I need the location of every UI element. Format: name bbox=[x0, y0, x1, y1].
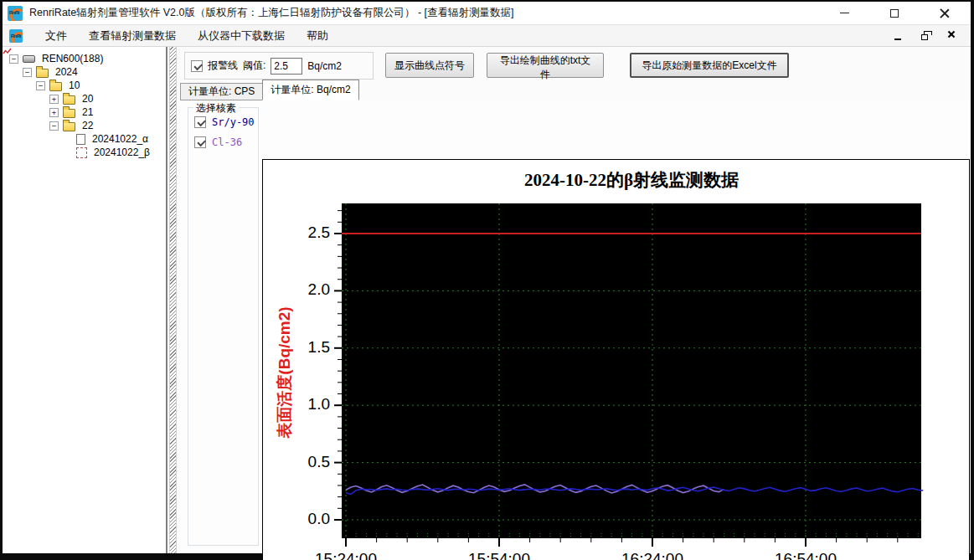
chart-panel: 2024-10-22的β射线监测数据 表面活度(Bq/cm2) 监测时间 0.0… bbox=[262, 159, 970, 560]
tab-unit-cps[interactable]: 计量单位: CPS bbox=[180, 83, 263, 100]
tree-row: 20241022_β bbox=[3, 146, 166, 159]
tree-item-label[interactable]: 20 bbox=[80, 93, 95, 105]
folder-icon bbox=[49, 82, 62, 91]
doc-icon bbox=[76, 134, 85, 145]
threshold-input[interactable] bbox=[271, 58, 302, 74]
tree-row: −2024 bbox=[3, 65, 166, 79]
chart-canvas bbox=[263, 160, 969, 560]
tree-item-label[interactable]: 10 bbox=[67, 80, 81, 91]
collapse-toggle-icon[interactable]: − bbox=[49, 121, 59, 131]
device-icon bbox=[23, 55, 35, 63]
tree-item-label[interactable]: 20241022_β bbox=[92, 146, 152, 158]
menu-bar: 文件查看辐射测量数据从仪器中下载数据帮助 bbox=[3, 25, 971, 47]
minimize-icon bbox=[840, 13, 849, 14]
y-tick-label: 1.5 bbox=[286, 338, 330, 357]
maximize-icon bbox=[890, 9, 899, 18]
y-tick-label: 0.0 bbox=[286, 510, 330, 528]
unit-tabstrip: 计量单位: CPS计量单位: Bq/cm2 bbox=[180, 80, 971, 100]
y-tick-label: 0.5 bbox=[286, 453, 330, 471]
tree-row: +20 bbox=[3, 92, 166, 105]
tree-item-label[interactable]: 22 bbox=[80, 120, 95, 131]
threshold-label: 阈值: bbox=[243, 59, 265, 73]
unit-bqcm2-tabpage: 选择核素 Sr/y-90Cl-36 2024-10-22的β射线监测数据 表面活… bbox=[177, 100, 971, 553]
tree-item-label[interactable]: 2024 bbox=[54, 66, 80, 78]
tab-unit-bqcm2[interactable]: 计量单位: Bq/cm2 bbox=[262, 80, 358, 100]
app-logo-icon bbox=[8, 6, 23, 21]
device-tree-panel: −REN600(188)−2024−10+20+21−2220241022_α2… bbox=[3, 47, 167, 553]
nuclide-label: Cl-36 bbox=[212, 136, 242, 148]
x-tick-label: 15:54:00 bbox=[453, 550, 545, 560]
y-tick-label: 2.5 bbox=[286, 223, 330, 242]
folder-icon bbox=[36, 69, 49, 78]
export-txt-button[interactable]: 导出绘制曲线的txt文件 bbox=[487, 53, 604, 78]
mdi-restore-button[interactable] bbox=[917, 29, 932, 43]
tree-row: +21 bbox=[3, 105, 166, 119]
nuclide-checkbox-1[interactable] bbox=[194, 136, 206, 148]
x-tick-label: 16:24:00 bbox=[606, 550, 698, 560]
title-bar: RenriRate辐射剂量管理软件 V2.0版（版权所有：上海仁日辐射防护设备有… bbox=[3, 2, 971, 25]
nuclide-row: Cl-36 bbox=[194, 136, 258, 148]
minimize-button[interactable] bbox=[833, 5, 855, 22]
tree-row: −REN600(188) bbox=[3, 52, 166, 65]
data-view-panel: 报警线 阈值: Bq/cm2 显示曲线点符号 导出绘制曲线的txt文件 导出原始… bbox=[177, 47, 971, 553]
tree-item-label[interactable]: REN600(188) bbox=[40, 53, 105, 64]
close-button[interactable] bbox=[934, 5, 956, 22]
y-tick-label: 2.0 bbox=[286, 280, 330, 299]
tree-row: −10 bbox=[3, 79, 166, 92]
menu-item-3[interactable]: 帮助 bbox=[296, 26, 339, 46]
nuclide-checkbox-0[interactable] bbox=[194, 116, 206, 128]
nuclide-groupbox-title: 选择核素 bbox=[193, 101, 239, 116]
tree-item-label[interactable]: 21 bbox=[80, 106, 95, 118]
export-excel-button[interactable]: 导出原始测量数据的Excel文件 bbox=[630, 53, 789, 78]
folder-icon bbox=[63, 95, 75, 105]
x-tick-label: 16:54:00 bbox=[760, 550, 852, 560]
expand-toggle-icon[interactable]: + bbox=[49, 95, 59, 104]
alarm-line-groupbox: 报警线 阈值: Bq/cm2 bbox=[184, 52, 374, 80]
close-icon bbox=[940, 8, 950, 18]
alarm-line-label: 报警线 bbox=[208, 59, 238, 73]
tree-row: 20241022_α bbox=[3, 132, 166, 146]
nuclide-row: Sr/y-90 bbox=[194, 116, 258, 128]
mdi-close-icon bbox=[947, 30, 956, 39]
threshold-unit-label: Bq/cm2 bbox=[307, 60, 342, 72]
menu-item-2[interactable]: 从仪器中下载数据 bbox=[187, 26, 296, 46]
menu-item-0[interactable]: 文件 bbox=[34, 26, 78, 46]
tree-item-label[interactable]: 20241022_α bbox=[90, 133, 150, 145]
tree-row: −22 bbox=[3, 119, 166, 132]
nuclide-label: Sr/y-90 bbox=[212, 116, 255, 128]
panel-splitter[interactable] bbox=[169, 47, 177, 553]
folder-icon bbox=[63, 109, 75, 118]
chart-icon bbox=[76, 147, 87, 158]
x-tick-label: 15:24:00 bbox=[300, 550, 392, 560]
mdi-close-button[interactable] bbox=[944, 29, 959, 43]
mdi-child-icon bbox=[9, 29, 23, 43]
maximize-button[interactable] bbox=[884, 5, 905, 22]
expand-toggle-icon[interactable]: + bbox=[49, 108, 59, 117]
show-curve-points-button[interactable]: 显示曲线点符号 bbox=[385, 53, 474, 78]
y-tick-label: 1.0 bbox=[286, 395, 330, 414]
window-title: RenriRate辐射剂量管理软件 V2.0版（版权所有：上海仁日辐射防护设备有… bbox=[29, 6, 514, 20]
alarm-line-checkbox[interactable] bbox=[191, 60, 203, 72]
folder-icon bbox=[63, 122, 75, 131]
mdi-minimize-button[interactable] bbox=[890, 29, 905, 43]
app-window: RenriRate辐射剂量管理软件 V2.0版（版权所有：上海仁日辐射防护设备有… bbox=[0, 0, 974, 560]
menu-item-1[interactable]: 查看辐射测量数据 bbox=[78, 26, 187, 46]
mdi-minimize-icon bbox=[894, 39, 901, 40]
collapse-toggle-icon[interactable]: − bbox=[23, 68, 32, 77]
mdi-restore-icon bbox=[921, 34, 928, 40]
menu-items: 文件查看辐射测量数据从仪器中下载数据帮助 bbox=[34, 26, 339, 46]
collapse-toggle-icon[interactable]: − bbox=[36, 81, 45, 90]
nuclide-groupbox: 选择核素 Sr/y-90Cl-36 bbox=[188, 107, 259, 546]
main-content: −REN600(188)−2024−10+20+21−2220241022_α2… bbox=[3, 47, 971, 553]
